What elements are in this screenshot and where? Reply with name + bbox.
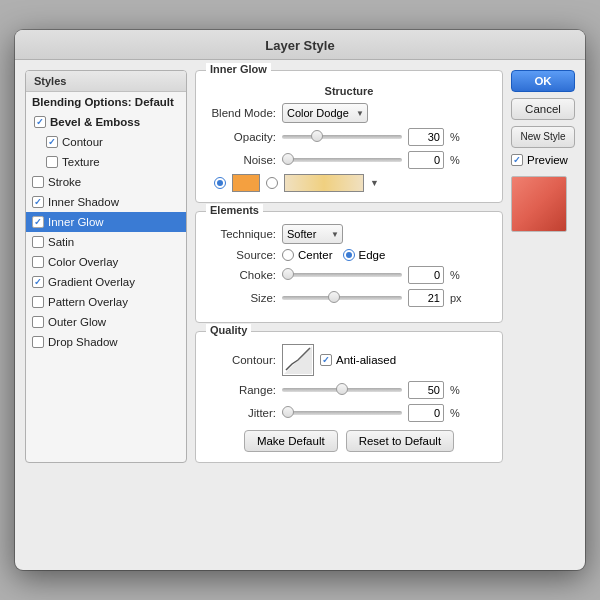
dialog-title: Layer Style (15, 30, 585, 60)
choke-row: Choke: % (208, 266, 490, 284)
reset-to-default-button[interactable]: Reset to Default (346, 430, 454, 452)
sidebar-item-stroke[interactable]: Stroke (26, 172, 186, 192)
choke-unit: % (450, 269, 466, 281)
jitter-thumb[interactable] (282, 406, 294, 418)
source-label: Source: (208, 249, 276, 261)
blending-label: Blending Options: Default (32, 96, 174, 108)
technique-select[interactable]: Softer Precise (282, 224, 343, 244)
choke-thumb[interactable] (282, 268, 294, 280)
stroke-checkbox[interactable] (32, 176, 44, 188)
blend-mode-select-wrap: Color Dodge Normal Screen Multiply ▼ (282, 103, 368, 123)
blend-mode-select[interactable]: Color Dodge Normal Screen Multiply (282, 103, 368, 123)
sidebar-item-satin[interactable]: Satin (26, 232, 186, 252)
choke-input[interactable] (408, 266, 444, 284)
anti-alias-label: Anti-aliased (336, 354, 396, 366)
sidebar-item-blending[interactable]: Blending Options: Default (26, 92, 186, 112)
technique-select-wrap: Softer Precise ▼ (282, 224, 343, 244)
gradient-arrow-icon: ▼ (370, 178, 379, 188)
opacity-label: Opacity: (208, 131, 276, 143)
new-style-button[interactable]: New Style (511, 126, 575, 148)
source-options: Center Edge (282, 249, 385, 261)
noise-unit: % (450, 154, 466, 166)
choke-label: Choke: (208, 269, 276, 281)
title-text: Layer Style (265, 38, 334, 53)
styles-panel: Styles Blending Options: Default Bevel &… (25, 70, 187, 463)
sidebar-item-outer-glow[interactable]: Outer Glow (26, 312, 186, 332)
radio-solid[interactable] (214, 177, 226, 189)
bevel-label: Bevel & Emboss (50, 116, 140, 128)
size-row: Size: px (208, 289, 490, 307)
contour-checkbox[interactable] (46, 136, 58, 148)
inner-glow-label: Inner Glow (48, 216, 104, 228)
gradient-swatch[interactable] (284, 174, 364, 192)
anti-alias-checkbox[interactable] (320, 354, 332, 366)
range-input[interactable] (408, 381, 444, 399)
size-slider[interactable] (282, 296, 402, 300)
choke-slider[interactable] (282, 273, 402, 277)
opacity-input[interactable] (408, 128, 444, 146)
sidebar-item-inner-shadow[interactable]: Inner Shadow (26, 192, 186, 212)
contour-preview[interactable] (282, 344, 314, 376)
layer-style-dialog: Layer Style Styles Blending Options: Def… (15, 30, 585, 570)
quality-section: Quality Contour: Anti-aliased (195, 331, 503, 463)
size-label: Size: (208, 292, 276, 304)
color-overlay-checkbox[interactable] (32, 256, 44, 268)
range-unit: % (450, 384, 466, 396)
range-thumb[interactable] (336, 383, 348, 395)
cancel-button[interactable]: Cancel (511, 98, 575, 120)
source-row: Source: Center Edge (208, 249, 490, 261)
blend-mode-label: Blend Mode: (208, 107, 276, 119)
contour-label: Contour (62, 136, 103, 148)
range-row: Range: % (208, 381, 490, 399)
quality-title: Quality (206, 324, 251, 336)
contour-row: Contour: Anti-aliased (208, 344, 490, 376)
gradient-overlay-checkbox[interactable] (32, 276, 44, 288)
sidebar-item-color-overlay[interactable]: Color Overlay (26, 252, 186, 272)
elements-title: Elements (206, 204, 263, 216)
noise-input[interactable] (408, 151, 444, 169)
radio-center[interactable] (282, 249, 294, 261)
opacity-slider[interactable] (282, 135, 402, 139)
jitter-row: Jitter: % (208, 404, 490, 422)
sidebar-item-pattern-overlay[interactable]: Pattern Overlay (26, 292, 186, 312)
color-swatch[interactable] (232, 174, 260, 192)
stroke-label: Stroke (48, 176, 81, 188)
texture-checkbox[interactable] (46, 156, 58, 168)
noise-row: Noise: % (208, 151, 490, 169)
ok-button[interactable]: OK (511, 70, 575, 92)
main-panel: Inner Glow Structure Blend Mode: Color D… (195, 70, 503, 463)
size-input[interactable] (408, 289, 444, 307)
sidebar-item-drop-shadow[interactable]: Drop Shadow (26, 332, 186, 352)
source-center-label: Center (298, 249, 333, 261)
section-inner-glow-title: Inner Glow (206, 63, 271, 75)
radio-edge[interactable] (343, 249, 355, 261)
noise-thumb[interactable] (282, 153, 294, 165)
styles-panel-title: Styles (26, 71, 186, 92)
size-unit: px (450, 292, 466, 304)
pattern-overlay-checkbox[interactable] (32, 296, 44, 308)
range-slider[interactable] (282, 388, 402, 392)
satin-label: Satin (48, 236, 74, 248)
make-default-button[interactable]: Make Default (244, 430, 338, 452)
preview-checkbox[interactable] (511, 154, 523, 166)
drop-shadow-checkbox[interactable] (32, 336, 44, 348)
bevel-checkbox[interactable] (34, 116, 46, 128)
sidebar-item-texture[interactable]: Texture (26, 152, 186, 172)
noise-slider[interactable] (282, 158, 402, 162)
sidebar-item-gradient-overlay[interactable]: Gradient Overlay (26, 272, 186, 292)
jitter-slider[interactable] (282, 411, 402, 415)
jitter-input[interactable] (408, 404, 444, 422)
radio-gradient[interactable] (266, 177, 278, 189)
anti-alias-row: Anti-aliased (320, 354, 396, 366)
outer-glow-checkbox[interactable] (32, 316, 44, 328)
opacity-thumb[interactable] (311, 130, 323, 142)
inner-glow-checkbox[interactable] (32, 216, 44, 228)
sidebar-item-bevel[interactable]: Bevel & Emboss (26, 112, 186, 132)
satin-checkbox[interactable] (32, 236, 44, 248)
inner-shadow-checkbox[interactable] (32, 196, 44, 208)
contour-svg (284, 346, 312, 374)
sidebar-item-inner-glow[interactable]: Inner Glow (26, 212, 186, 232)
size-thumb[interactable] (328, 291, 340, 303)
outer-glow-label: Outer Glow (48, 316, 106, 328)
sidebar-item-contour[interactable]: Contour (26, 132, 186, 152)
